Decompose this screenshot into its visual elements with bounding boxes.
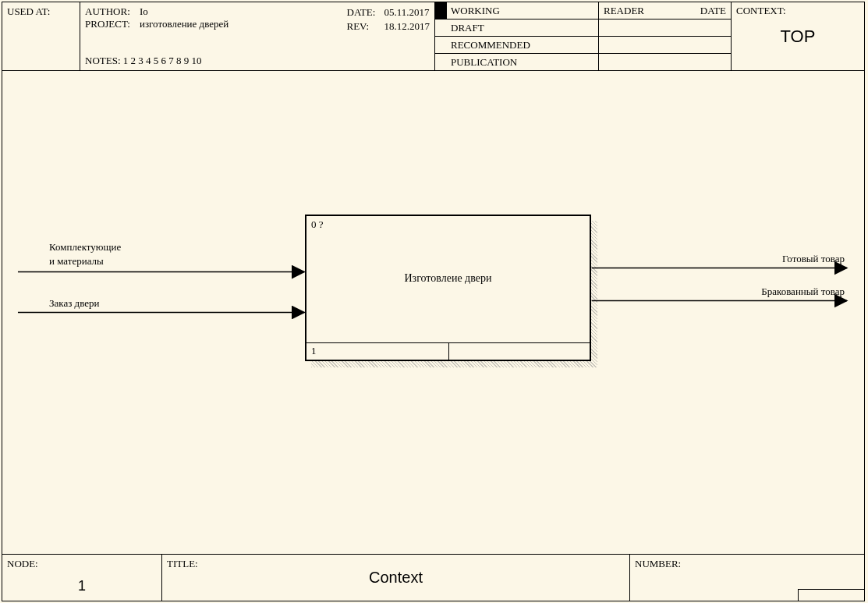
used-at-label: USED AT: [7, 5, 50, 17]
diagram-canvas: 0 ? Изготовлеие двери 1 [2, 71, 864, 554]
title-cell: TITLE: Context [162, 555, 630, 601]
output1-label: Готовый товар [782, 253, 845, 265]
reader-date-label: DATE [700, 5, 726, 16]
activity-title: Изготовлеие двери [306, 216, 590, 341]
project-value: изготовление дверей [140, 18, 229, 30]
author-project-cell: AUTHOR: Io PROJECT: изготовление дверей … [80, 2, 435, 70]
working-status-marker [435, 2, 447, 20]
title-value: Context [162, 555, 629, 601]
reader-cell: READER DATE [599, 2, 732, 70]
output2-label: Бракованный товар [761, 286, 845, 298]
number-label: NUMBER: [635, 558, 681, 569]
diagram-header: USED AT: AUTHOR: Io PROJECT: изготовлени… [2, 2, 864, 71]
rev-label: REV: [347, 20, 384, 34]
notes-label: NOTES: [85, 55, 121, 66]
activity-bottom-number: 1 [311, 345, 317, 357]
input1-label-line1: Комплектующие [49, 241, 121, 254]
activity-box: 0 ? Изготовлеие двери 1 [305, 215, 591, 361]
notes-values: 1 2 3 4 5 6 7 8 9 10 [123, 55, 202, 66]
author-label: AUTHOR: [85, 5, 140, 18]
context-value: TOP [732, 2, 864, 71]
project-label: PROJECT: [85, 18, 140, 30]
input2-label: Заказ двери [49, 297, 99, 310]
date-label: DATE: [347, 5, 384, 20]
used-at-cell: USED AT: [2, 2, 80, 70]
status-recommended: RECOMMENDED [435, 37, 598, 54]
diagram-footer: NODE: 1 TITLE: Context NUMBER: [2, 554, 864, 601]
context-cell: CONTEXT: TOP [732, 2, 864, 70]
status-draft: DRAFT [435, 20, 598, 37]
date-value: 05.11.2017 [384, 6, 430, 18]
author-value: Io [140, 5, 148, 18]
node-value: 1 [2, 578, 161, 594]
number-cell: NUMBER: [630, 555, 864, 601]
node-cell: NODE: 1 [2, 555, 162, 601]
status-working: WORKING [435, 2, 598, 20]
node-label: NODE: [7, 558, 38, 569]
status-publication: PUBLICATION [435, 54, 598, 71]
status-cell: WORKING DRAFT RECOMMENDED PUBLICATION [435, 2, 599, 70]
input1-label-line2: и материалы [49, 255, 104, 268]
reader-label: READER [604, 5, 644, 16]
corner-notch [798, 589, 864, 601]
rev-value: 18.12.2017 [384, 20, 430, 32]
